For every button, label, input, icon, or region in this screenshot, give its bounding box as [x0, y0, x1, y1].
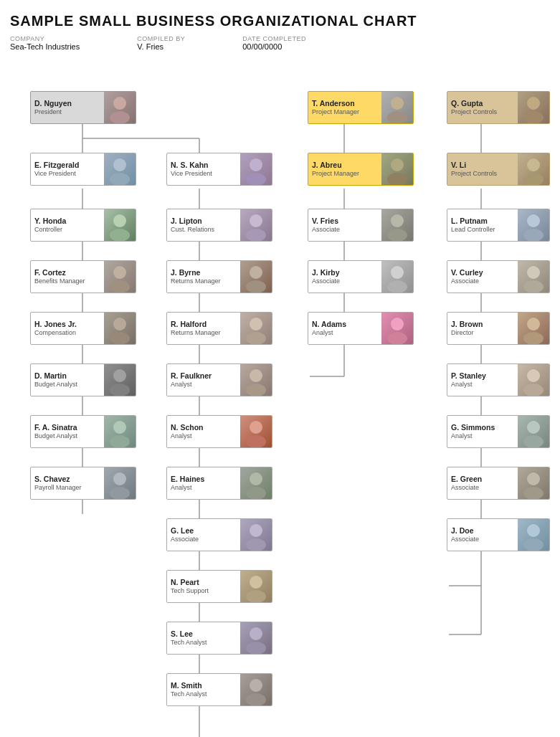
node-fries: V. Fries Associate — [308, 209, 414, 242]
node-halford: R. Halford Returns Manager — [166, 312, 272, 345]
svg-point-88 — [250, 627, 262, 640]
node-simmons: G. Simmons Analyst — [447, 415, 550, 448]
svg-point-64 — [113, 318, 126, 331]
svg-point-98 — [527, 214, 540, 227]
node-jones: H. Jones Jr. Compensation — [30, 312, 136, 345]
svg-point-68 — [113, 421, 126, 434]
node-gupta: Q. Gupta Project Controls — [447, 91, 550, 124]
svg-point-76 — [250, 318, 262, 331]
svg-point-59 — [523, 173, 544, 185]
node-kirby: J. Kirby Associate — [308, 260, 414, 293]
svg-point-57 — [387, 173, 407, 185]
svg-point-69 — [110, 435, 130, 447]
svg-point-86 — [250, 576, 262, 589]
node-li: V. Li Project Controls — [447, 153, 550, 186]
svg-point-84 — [250, 524, 262, 537]
svg-point-104 — [527, 369, 540, 382]
svg-point-78 — [250, 369, 262, 382]
svg-point-71 — [110, 487, 130, 499]
node-kahn: N. S. Kahn Vice President — [166, 153, 272, 186]
svg-point-54 — [250, 158, 262, 171]
svg-point-79 — [246, 384, 266, 396]
meta-row: COMPANY Sea-Tech Industries COMPILED BY … — [10, 35, 550, 51]
svg-point-101 — [523, 280, 544, 293]
svg-point-62 — [113, 266, 126, 279]
svg-point-99 — [523, 229, 544, 241]
svg-point-51 — [523, 111, 544, 123]
svg-point-83 — [246, 487, 266, 499]
svg-point-102 — [527, 318, 540, 331]
node-nguyen: D. Nguyen President — [30, 91, 136, 124]
svg-point-77 — [246, 332, 266, 344]
node-putnam: L. Putnam Lead Controller — [447, 209, 550, 242]
node-lee-g: G. Lee Associate — [166, 518, 272, 551]
node-abreu: J. Abreu Project Manager — [308, 153, 414, 186]
node-chavez: S. Chavez Payroll Manager — [30, 467, 136, 500]
svg-point-89 — [246, 642, 266, 654]
node-honda: Y. Honda Controller — [30, 209, 136, 242]
svg-point-100 — [527, 266, 540, 279]
node-faulkner: R. Faulkner Analyst — [166, 363, 272, 396]
svg-point-111 — [523, 538, 544, 551]
svg-point-56 — [391, 158, 404, 171]
svg-point-48 — [391, 97, 404, 110]
svg-point-96 — [391, 318, 404, 331]
node-peart: N. Peart Tech Support — [166, 570, 272, 603]
svg-point-73 — [246, 229, 266, 241]
svg-point-106 — [527, 421, 540, 434]
node-brown: J. Brown Director — [447, 312, 550, 345]
svg-point-91 — [246, 693, 266, 705]
svg-point-109 — [523, 487, 544, 499]
svg-point-63 — [110, 280, 130, 293]
svg-point-87 — [246, 590, 266, 602]
svg-point-49 — [387, 111, 407, 123]
svg-point-67 — [110, 384, 130, 396]
node-lipton: J. Lipton Cust. Relations — [166, 209, 272, 242]
svg-point-81 — [246, 435, 266, 447]
node-stanley: P. Stanley Analyst — [447, 363, 550, 396]
svg-point-52 — [113, 158, 126, 171]
svg-point-72 — [250, 214, 262, 227]
svg-point-53 — [110, 173, 130, 185]
svg-point-46 — [113, 97, 126, 110]
svg-point-108 — [527, 472, 540, 485]
node-schon: N. Schon Analyst — [166, 415, 272, 448]
svg-point-60 — [113, 214, 126, 227]
svg-point-92 — [391, 214, 404, 227]
node-cortez: F. Cortez Benefits Manager — [30, 260, 136, 293]
svg-point-90 — [250, 679, 262, 692]
node-haines: E. Haines Analyst — [166, 467, 272, 500]
svg-point-110 — [527, 524, 540, 537]
node-anderson: T. Anderson Project Manager — [308, 91, 414, 124]
svg-point-65 — [110, 332, 130, 344]
svg-point-47 — [110, 111, 130, 123]
svg-point-85 — [246, 538, 266, 551]
svg-point-103 — [523, 332, 544, 344]
svg-point-61 — [110, 229, 130, 241]
node-curley: V. Curley Associate — [447, 260, 550, 293]
svg-point-74 — [250, 266, 262, 279]
svg-point-105 — [523, 384, 544, 396]
node-fitzgerald: E. Fitzgerald Vice President — [30, 153, 136, 186]
svg-point-107 — [523, 435, 544, 447]
node-green: E. Green Associate — [447, 467, 550, 500]
svg-point-94 — [391, 266, 404, 279]
node-doe: J. Doe Associate — [447, 518, 550, 551]
node-martin: D. Martin Budget Analyst — [30, 363, 136, 396]
svg-point-80 — [250, 421, 262, 434]
svg-point-97 — [387, 332, 407, 344]
svg-point-75 — [246, 280, 266, 293]
svg-point-95 — [387, 280, 407, 293]
node-adams: N. Adams Analyst — [308, 312, 414, 345]
node-lee-s: S. Lee Tech Analyst — [166, 622, 272, 655]
page-title: SAMPLE SMALL BUSINESS ORGANIZATIONAL CHA… — [10, 13, 550, 29]
node-byrne: J. Byrne Returns Manager — [166, 260, 272, 293]
svg-point-58 — [527, 158, 540, 171]
svg-point-55 — [246, 173, 266, 185]
svg-point-50 — [527, 97, 540, 110]
svg-point-82 — [250, 472, 262, 485]
svg-point-70 — [113, 472, 126, 485]
node-sinatra: F. A. Sinatra Budget Analyst — [30, 415, 136, 448]
svg-point-93 — [387, 229, 407, 241]
svg-point-66 — [113, 369, 126, 382]
